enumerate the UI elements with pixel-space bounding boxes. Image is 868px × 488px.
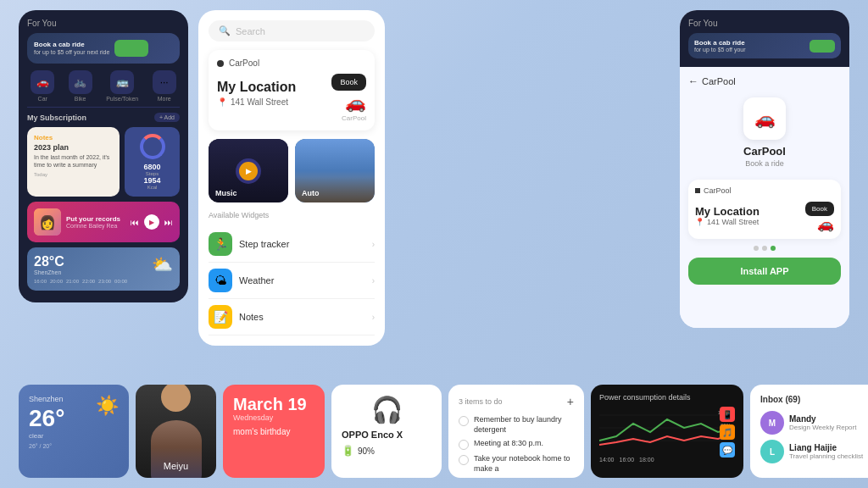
weather-card-range: 26° / 20° xyxy=(29,443,119,449)
step-tracker-widget-item[interactable]: 🏃 Step tracker › xyxy=(209,226,375,263)
weather-widget-icon: 🌤 xyxy=(209,269,232,292)
time-slot-5: 23:00 xyxy=(98,279,111,284)
preview-dot xyxy=(695,188,700,193)
chart-time-1: 14:00 xyxy=(599,457,615,463)
notes-widget-name: Notes xyxy=(239,312,365,322)
battery-row: 🔋 90% xyxy=(342,445,431,457)
nav-title: CarPool xyxy=(702,76,736,86)
back-arrow-icon: ← xyxy=(688,75,698,87)
chart-time-3: 18:00 xyxy=(639,457,654,463)
quick-item-car[interactable]: 🚗 Car xyxy=(31,70,54,102)
location-pin-icon: 📍 xyxy=(217,97,227,107)
weather-card-city: Shenzhen xyxy=(29,395,64,403)
app-name-center: CarPool xyxy=(688,145,841,158)
quick-item-pulse[interactable]: 🚌 Pulse/Token xyxy=(106,70,138,102)
right-cab-banner[interactable]: Book a cab ride for up to $5 off your xyxy=(688,33,841,58)
todo-add-button[interactable]: + xyxy=(567,395,574,408)
prev-button[interactable]: ⏮ xyxy=(131,218,139,227)
quick-item-more[interactable]: ··· More xyxy=(153,70,176,102)
todo-header: 3 items to do + xyxy=(459,395,574,408)
notes-chevron-icon: › xyxy=(372,313,375,322)
add-subscription-button[interactable]: + Add xyxy=(154,113,180,122)
back-nav[interactable]: ← CarPool xyxy=(688,75,841,87)
todo-item-2[interactable]: Meeting at 8:30 p.m. xyxy=(459,439,574,450)
search-bar[interactable]: 🔍 Search xyxy=(209,20,375,42)
app-icons-right: 📱 🎵 💬 xyxy=(720,407,735,458)
preview-book-button[interactable]: Book xyxy=(805,202,834,216)
location-row: My Location 📍 141 Wall Street Book 🚗 xyxy=(217,73,366,113)
kcal-count: 1954 xyxy=(143,176,160,185)
earbuds-icon: 🎧 xyxy=(371,395,403,424)
time-slot-3: 21:00 xyxy=(66,279,79,284)
music-widget[interactable]: 👩 Put your records Corinne Bailey Rea ⏮ … xyxy=(27,202,180,242)
weather-card-temp: 26° xyxy=(29,405,64,432)
preview-address: 141 Wall Street xyxy=(707,218,759,226)
widgets-section-title: Available Widgets xyxy=(209,211,375,219)
notes-widget[interactable]: Notes 2023 plan In the last month of 202… xyxy=(27,127,120,197)
time-slot-2: 20:00 xyxy=(50,279,63,284)
car-quick-label: Car xyxy=(38,96,47,102)
right-phone-middle: ← CarPool 🚗 CarPool Book a ride CarPool … xyxy=(680,67,849,328)
carpool-card[interactable]: CarPool My Location 📍 141 Wall Street Bo… xyxy=(209,50,375,130)
time-slot-6: 00:00 xyxy=(114,279,127,284)
step-tracker-icon: 🏃 xyxy=(209,232,232,256)
music-media-thumb[interactable]: ▶ Music xyxy=(209,139,288,202)
app-icon-2: 🎵 xyxy=(720,424,735,440)
kcal-label: Kcal xyxy=(143,185,160,190)
weather-cloud-icon: ⛅ xyxy=(152,254,173,274)
weather-timeline: 16:00 20:00 21:00 22:00 23:00 00:00 xyxy=(34,279,173,284)
weather-widget-name: Weather xyxy=(239,275,365,286)
preview-mandy: Design Weekly Report xyxy=(789,424,856,431)
person-card[interactable]: Meiyu xyxy=(136,385,216,478)
weather-card[interactable]: Shenzhen 26° ☀️ clear 26° / 20° xyxy=(19,385,129,478)
weather-sun-icon: ☀️ xyxy=(96,395,119,417)
right-phone: For You Book a cab ride for up to $5 off… xyxy=(680,10,849,328)
time-slot-4: 22:00 xyxy=(82,279,95,284)
right-section-title: For You xyxy=(688,19,841,28)
inbox-item-liang[interactable]: L Liang Haijie Travel planning checklist… xyxy=(760,440,868,463)
install-app-button[interactable]: Install APP xyxy=(688,258,841,285)
battery-text: 90% xyxy=(358,446,375,456)
todo-circle-1 xyxy=(459,416,469,426)
cab-ride-banner[interactable]: Book a cab ride for up to $5 off your ne… xyxy=(27,33,180,64)
inbox-card[interactable]: Inbox (69) M Mandy Design Weekly Report … xyxy=(750,385,868,478)
inbox-item-mandy[interactable]: M Mandy Design Weekly Report 10:51 xyxy=(760,411,868,435)
earbuds-card[interactable]: 🎧 OPPO Enco X 🔋 90% xyxy=(331,385,442,478)
health-widget[interactable]: 6800 Steps 1954 Kcal xyxy=(125,127,180,197)
weather-city: ShenZhen xyxy=(34,269,64,275)
play-button[interactable]: ▶ xyxy=(144,214,159,230)
carpool-app-name: CarPool xyxy=(229,58,259,68)
weather-card-condition: clear xyxy=(29,432,119,440)
weather-chevron-icon: › xyxy=(372,276,375,286)
car-icon xyxy=(114,40,148,57)
subscription-header: My Subscription + Add xyxy=(27,113,180,122)
music-info: Put your records Corinne Bailey Rea xyxy=(66,215,125,229)
book-button[interactable]: Book xyxy=(331,74,366,91)
weather-widget[interactable]: 28°C ShenZhen ⛅ 16:00 20:00 21:00 22:00 … xyxy=(27,247,180,291)
todo-card[interactable]: 3 items to do + Remember to buy laundry … xyxy=(448,385,584,478)
preview-pin-icon: 📍 xyxy=(695,218,704,226)
chart-time-2: 16:00 xyxy=(620,457,635,463)
left-section-title: For You xyxy=(27,19,180,28)
bike-quick-icon: 🚲 xyxy=(69,70,92,94)
todo-item-3[interactable]: Take your notebook home to make a xyxy=(459,454,574,474)
date-event: mom's birthday xyxy=(233,427,314,436)
music-media-label: Music xyxy=(215,189,237,197)
weather-widget-item[interactable]: 🌤 Weather › xyxy=(209,263,375,299)
date-card[interactable]: March 19 Wednesday mom's birthday xyxy=(223,385,325,478)
more-quick-icon: ··· xyxy=(153,70,176,94)
person-head xyxy=(161,385,191,412)
preview-car-icon: 🚗 xyxy=(805,216,834,232)
notes-widget-item[interactable]: 📝 Notes › xyxy=(209,299,375,336)
next-button[interactable]: ⏭ xyxy=(164,218,173,227)
todo-item-1[interactable]: Remember to buy laundry detergent xyxy=(459,415,574,435)
address-row: 📍 141 Wall Street xyxy=(217,97,296,107)
quick-item-bike[interactable]: 🚲 Bike xyxy=(69,70,92,102)
auto-media-thumb[interactable]: Auto xyxy=(295,139,375,202)
sender-liang: Liang Haijie xyxy=(789,443,863,452)
bike-quick-label: Bike xyxy=(75,96,86,102)
power-card[interactable]: Power consumption details 100% 60% 20% 📱… xyxy=(591,385,743,478)
earbuds-name: OPPO Enco X xyxy=(342,430,431,440)
middle-phone-screen: 🔍 Search CarPool My Location 📍 141 Wall … xyxy=(198,10,385,346)
preview-location: My Location xyxy=(695,205,760,218)
